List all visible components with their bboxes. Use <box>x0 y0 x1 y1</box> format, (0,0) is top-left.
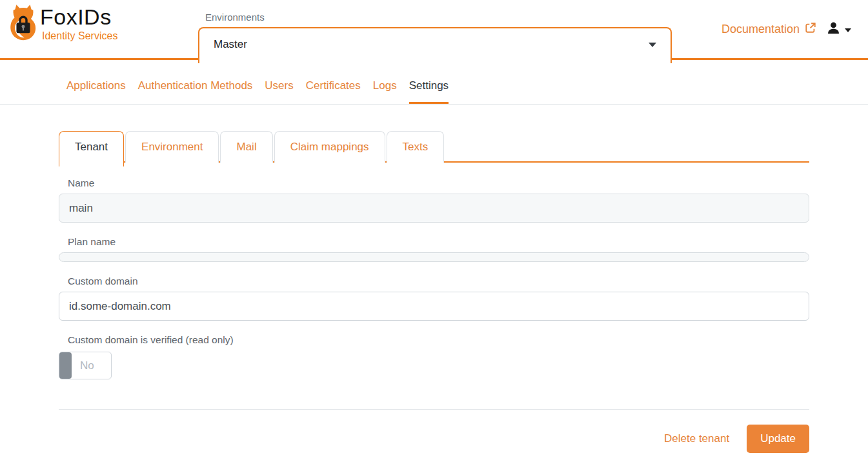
plan-name-label: Plan name <box>68 236 809 248</box>
custom-domain-verified-toggle[interactable]: No <box>59 352 112 379</box>
plan-name-input[interactable] <box>59 252 809 262</box>
main-nav: Applications Authentication Methods User… <box>0 60 868 105</box>
tab-environment[interactable]: Environment <box>125 131 219 163</box>
nav-item-authentication-methods[interactable]: Authentication Methods <box>138 77 253 104</box>
delete-tenant-link[interactable]: Delete tenant <box>664 432 729 445</box>
brand-name: FoxIDs <box>40 4 117 30</box>
person-icon <box>826 21 841 38</box>
tab-mail[interactable]: Mail <box>220 131 272 163</box>
fox-lock-icon <box>8 4 38 44</box>
footer-divider <box>59 409 809 410</box>
custom-domain-field-group: Custom domain <box>59 276 809 321</box>
toggle-handle <box>59 352 72 379</box>
nav-item-settings[interactable]: Settings <box>409 77 449 104</box>
custom-domain-input[interactable] <box>59 292 809 321</box>
chevron-down-icon <box>845 28 851 32</box>
nav-item-applications[interactable]: Applications <box>66 77 126 104</box>
toggle-state-text: No <box>80 359 94 372</box>
brand-tagline: Identity Services <box>42 30 117 42</box>
brand-logo[interactable]: FoxIDs Identity Services <box>8 4 117 44</box>
nav-item-users[interactable]: Users <box>265 77 293 104</box>
custom-domain-verified-label: Custom domain is verified (read only) <box>68 334 809 346</box>
tab-tenant[interactable]: Tenant <box>59 131 124 166</box>
chevron-down-icon <box>649 43 656 47</box>
custom-domain-label: Custom domain <box>68 276 809 287</box>
name-field-group: Name <box>59 177 809 223</box>
form-actions: Delete tenant Update <box>59 425 809 453</box>
update-button[interactable]: Update <box>747 425 809 453</box>
app-header: FoxIDs Identity Services Environments Ma… <box>0 0 868 60</box>
environments-label: Environments <box>205 12 265 23</box>
documentation-link[interactable]: Documentation <box>722 22 816 37</box>
header-actions: Documentation <box>722 21 851 38</box>
environment-select[interactable]: Master <box>198 27 672 63</box>
environment-selected-value: Master <box>214 38 247 51</box>
tab-texts[interactable]: Texts <box>387 131 445 163</box>
name-label: Name <box>68 177 809 189</box>
verified-field-group: Custom domain is verified (read only) No <box>59 334 809 379</box>
tenant-form: Name Plan name Custom domain Custom doma… <box>59 177 809 379</box>
nav-item-logs[interactable]: Logs <box>373 77 397 104</box>
external-link-icon <box>805 22 816 37</box>
tab-claim-mappings[interactable]: Claim mappings <box>274 131 385 163</box>
name-input[interactable] <box>59 194 809 223</box>
user-menu[interactable] <box>826 21 851 38</box>
settings-tabbar: Tenant Environment Mail Claim mappings T… <box>59 131 809 163</box>
nav-item-certificates[interactable]: Certificates <box>306 77 361 104</box>
plan-field-group: Plan name <box>59 236 809 262</box>
documentation-label: Documentation <box>722 23 800 36</box>
settings-page: Tenant Environment Mail Claim mappings T… <box>59 131 809 453</box>
